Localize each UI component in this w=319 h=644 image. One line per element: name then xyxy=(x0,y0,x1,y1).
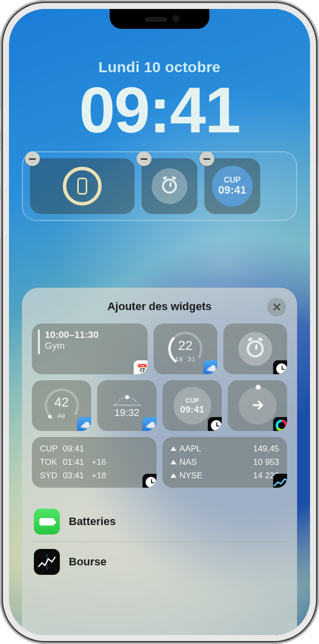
weather-temp-low: 18 xyxy=(175,355,183,363)
alarm-clock-icon xyxy=(162,179,177,194)
world-clock-time: 09:41 xyxy=(218,184,246,197)
world-clock-time: 09:41 xyxy=(180,404,204,415)
table-row: AAPL149,45 xyxy=(170,443,279,455)
app-name-label: Batteries xyxy=(69,515,116,528)
app-list: Batteries Bourse xyxy=(32,502,287,582)
clock-app-icon xyxy=(208,417,222,431)
calendar-event-time: 10:00–11:30 xyxy=(45,329,99,340)
sunset-arc-icon xyxy=(113,393,141,406)
svg-point-4 xyxy=(125,395,129,399)
remove-widget-button[interactable] xyxy=(25,151,40,166)
lockscreen-time-text: 09:41 xyxy=(79,74,240,146)
suggestions-grid: 10:00–11:30 Gym 📅 22 18 31 ☁️ xyxy=(32,323,287,488)
triangle-up-icon xyxy=(170,460,176,464)
stocks-app-icon xyxy=(273,474,287,488)
suggestion-alarm[interactable] xyxy=(223,323,287,374)
air-quality-label: Air xyxy=(43,412,81,420)
clock-app-icon xyxy=(273,360,287,374)
lockscreen-time[interactable]: 09:41 xyxy=(9,78,310,142)
widget-slot-alarm[interactable] xyxy=(142,158,197,214)
clock-app-icon xyxy=(143,474,157,488)
widget-slot-world-clock[interactable]: CUP 09:41 xyxy=(204,158,260,214)
suggestion-stocks[interactable]: AAPL149,45 NAS10 953 NYSE14 226 xyxy=(162,437,287,488)
table-row: TOK01:41+16 xyxy=(40,456,149,469)
app-name-label: Bourse xyxy=(69,555,107,568)
notch xyxy=(110,9,209,29)
app-row-batteries[interactable]: Batteries xyxy=(32,502,287,541)
add-widgets-sheet: Ajouter des widgets 10:00–11:30 Gym 📅 xyxy=(22,288,297,635)
sheet-header: Ajouter des widgets xyxy=(32,299,287,315)
weather-app-icon: ☁️ xyxy=(203,360,217,374)
table-row: NYSE14 226 xyxy=(170,469,279,482)
volume-down-button[interactable] xyxy=(0,199,1,238)
phone-icon xyxy=(77,178,87,195)
table-row: CUP09:41 xyxy=(40,443,149,455)
suggestion-activity[interactable] xyxy=(228,380,287,431)
mute-switch[interactable] xyxy=(0,109,1,130)
triangle-up-icon xyxy=(170,446,176,451)
table-row: NAS10 953 xyxy=(170,456,279,469)
world-clock-table: CUP09:41 TOK01:41+16 SYD03:41+18 xyxy=(39,442,150,483)
app-row-bourse[interactable]: Bourse xyxy=(32,541,287,582)
weather-temp-value: 22 xyxy=(166,338,204,353)
suggestion-world-clock-small[interactable]: CUP 09:41 xyxy=(162,380,222,431)
volume-up-button[interactable] xyxy=(0,149,1,188)
close-button[interactable] xyxy=(267,298,286,317)
remove-widget-button[interactable] xyxy=(137,151,152,166)
stocks-table: AAPL149,45 NAS10 953 NYSE14 226 xyxy=(169,442,280,483)
close-icon xyxy=(273,303,281,311)
remove-widget-button[interactable] xyxy=(199,151,214,166)
lockscreen-widget-row[interactable]: CUP 09:41 xyxy=(22,151,297,221)
arrow-right-icon xyxy=(252,399,265,412)
weather-temp-high: 31 xyxy=(188,355,196,363)
activity-app-icon xyxy=(273,417,287,431)
device-frame: Lundi 10 octobre 09:41 xyxy=(0,0,319,644)
sheet-title: Ajouter des widgets xyxy=(107,300,211,313)
lockscreen-date[interactable]: Lundi 10 octobre xyxy=(9,59,310,76)
world-clock-circle: CUP 09:41 xyxy=(212,166,253,207)
screen: Lundi 10 octobre 09:41 xyxy=(9,9,310,635)
suggestion-world-clock-list[interactable]: CUP09:41 TOK01:41+16 SYD03:41+18 xyxy=(32,437,157,488)
air-quality-value: 42 xyxy=(43,395,81,410)
alarm-circle xyxy=(152,168,187,204)
calendar-app-icon: 📅 xyxy=(134,360,148,374)
suggestion-sunset[interactable]: 19:32 ☁️ xyxy=(97,380,157,431)
suggestion-weather-temp[interactable]: 22 18 31 ☁️ xyxy=(154,323,217,374)
compass-dot-icon xyxy=(256,385,261,390)
table-row: SYD03:41+18 xyxy=(40,469,149,482)
alarm-clock-icon xyxy=(247,340,264,358)
calendar-event-title: Gym xyxy=(45,340,99,351)
find-my-ring-icon xyxy=(63,167,102,206)
bourse-app-icon xyxy=(34,549,60,575)
suggestion-calendar[interactable]: 10:00–11:30 Gym 📅 xyxy=(32,323,148,374)
widget-slot-find-my[interactable] xyxy=(30,158,135,214)
sunset-time: 19:32 xyxy=(113,407,141,419)
suggestion-air-quality[interactable]: 42 Air ☁️ xyxy=(32,380,91,431)
batteries-app-icon xyxy=(34,509,60,535)
battery-icon xyxy=(39,518,54,526)
calendar-accent-bar xyxy=(38,329,40,354)
world-clock-city: CUP xyxy=(185,397,199,404)
triangle-up-icon xyxy=(170,473,176,478)
weather-app-icon: ☁️ xyxy=(77,417,91,431)
weather-app-icon: ☁️ xyxy=(143,417,157,431)
